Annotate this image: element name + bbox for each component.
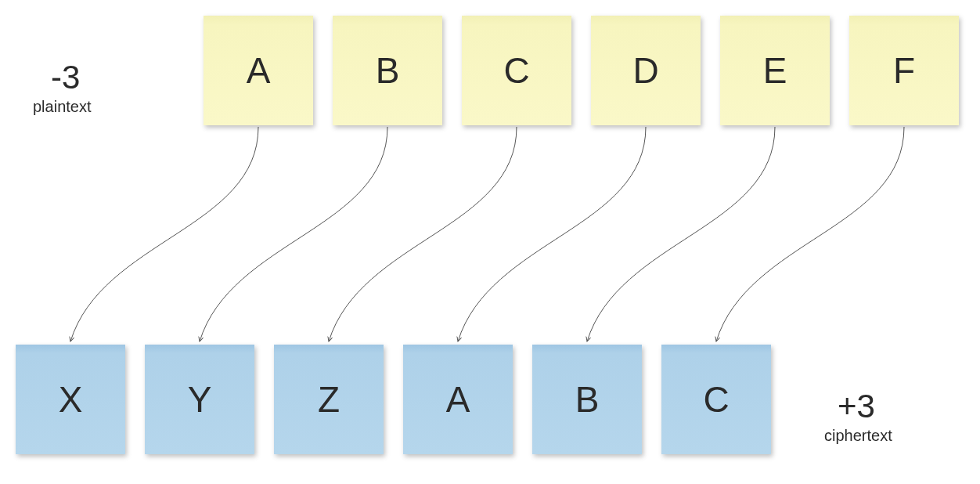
- mapping-arrow: [458, 127, 646, 341]
- mapping-arrow: [716, 127, 904, 341]
- ciphertext-note: Y: [145, 345, 254, 454]
- mapping-arrow: [200, 127, 387, 341]
- mapping-arrow: [587, 127, 775, 341]
- ciphertext-note: C: [661, 345, 771, 454]
- plaintext-note: A: [204, 16, 313, 125]
- plaintext-note: C: [462, 16, 571, 125]
- ciphertext-note: X: [16, 345, 125, 454]
- ciphertext-shift-value: +3: [838, 388, 875, 425]
- mapping-arrow: [329, 127, 517, 341]
- plaintext-shift-value: -3: [51, 59, 80, 96]
- plaintext-label: plaintext: [33, 98, 92, 116]
- ciphertext-note: B: [532, 345, 642, 454]
- plaintext-note: F: [849, 16, 959, 125]
- ciphertext-note: A: [403, 345, 513, 454]
- ciphertext-note: Z: [274, 345, 384, 454]
- plaintext-note: B: [333, 16, 442, 125]
- plaintext-note: D: [591, 16, 701, 125]
- plaintext-note: E: [720, 16, 830, 125]
- mapping-arrow: [70, 127, 258, 341]
- ciphertext-label: ciphertext: [824, 427, 892, 445]
